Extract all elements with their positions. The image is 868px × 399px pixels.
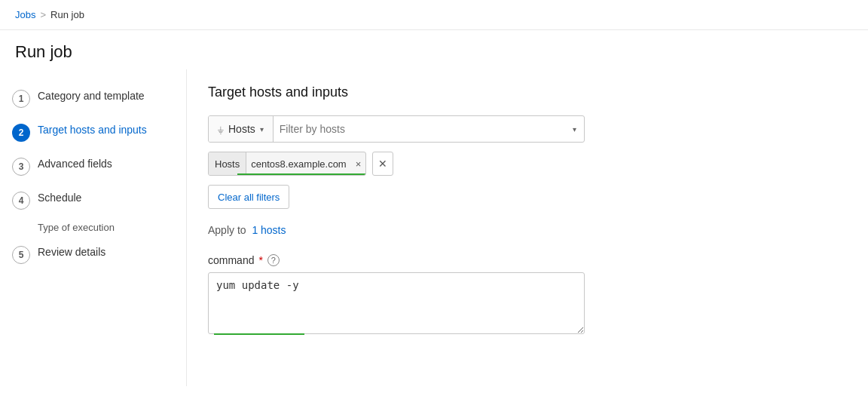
filter-tag-hosts: Hosts centos8.example.com × xyxy=(208,152,366,176)
filter-input[interactable] xyxy=(274,116,565,142)
filter-funnel-icon: ⏚ xyxy=(218,124,224,135)
apply-to-link[interactable]: 1 hosts xyxy=(252,224,286,236)
main-content: Target hosts and inputs ⏚ Hosts ▾ ▾ Host… xyxy=(187,69,868,386)
filter-input-chevron-icon[interactable]: ▾ xyxy=(565,125,584,134)
apply-to-prefix: Apply to xyxy=(208,224,246,236)
sidebar-item-step4[interactable]: 4 Schedule xyxy=(0,183,186,217)
filter-type-button[interactable]: ⏚ Hosts ▾ xyxy=(209,116,274,142)
active-filters: Hosts centos8.example.com × ✕ xyxy=(208,152,847,176)
clear-all-wrapper: Clear all filters xyxy=(208,185,847,209)
apply-to: Apply to 1 hosts xyxy=(208,224,847,236)
command-label-row: command * ? xyxy=(208,254,847,266)
filter-type-label: Hosts xyxy=(228,123,255,135)
filter-tag-remove-button[interactable]: × xyxy=(351,152,366,175)
required-asterisk: * xyxy=(258,254,262,266)
sidebar-item-step4-label: Schedule xyxy=(38,191,81,206)
filter-underline-decoration xyxy=(237,173,365,175)
clear-circle-icon: ✕ xyxy=(378,158,387,170)
page-title: Run job xyxy=(15,42,853,62)
clear-filters-icon-button[interactable]: ✕ xyxy=(372,152,393,176)
sidebar-item-step2[interactable]: 2 Target hosts and inputs xyxy=(0,115,186,149)
command-textarea[interactable] xyxy=(208,272,585,334)
section-title: Target hosts and inputs xyxy=(208,84,847,100)
sidebar-item-step3-label: Advanced fields xyxy=(38,157,112,172)
clear-all-button[interactable]: Clear all filters xyxy=(208,185,289,209)
breadcrumb-separator: > xyxy=(40,9,46,20)
breadcrumb-current: Run job xyxy=(50,9,84,20)
step5-circle: 5 xyxy=(12,246,30,264)
help-icon[interactable]: ? xyxy=(267,254,280,266)
filter-type-chevron-icon: ▾ xyxy=(260,125,264,134)
sidebar: 1 Category and template 2 Target hosts a… xyxy=(0,69,187,386)
filter-tag-key: Hosts xyxy=(209,152,246,175)
sidebar-item-step1[interactable]: 1 Category and template xyxy=(0,81,186,115)
sidebar-item-step3[interactable]: 3 Advanced fields xyxy=(0,149,186,183)
command-section: command * ? xyxy=(208,254,847,336)
sidebar-item-step5[interactable]: 5 Review details xyxy=(0,238,186,272)
filter-tag-value: centos8.example.com xyxy=(246,152,350,175)
sidebar-item-step1-label: Category and template xyxy=(38,89,145,104)
command-label-text: command xyxy=(208,254,254,266)
sidebar-step4-sublabel: Type of execution xyxy=(0,217,186,238)
sidebar-item-step5-label: Review details xyxy=(38,245,105,260)
sidebar-item-step2-label: Target hosts and inputs xyxy=(38,123,147,138)
filter-row: ⏚ Hosts ▾ ▾ xyxy=(208,115,585,143)
command-wrapper xyxy=(208,272,585,336)
page-header: Run job xyxy=(0,30,868,69)
main-layout: 1 Category and template 2 Target hosts a… xyxy=(0,69,868,386)
step2-circle: 2 xyxy=(12,124,30,142)
step4-circle: 4 xyxy=(12,192,30,210)
breadcrumb-parent-link[interactable]: Jobs xyxy=(15,9,35,20)
step1-circle: 1 xyxy=(12,90,30,108)
breadcrumb: Jobs > Run job xyxy=(0,0,868,30)
step3-circle: 3 xyxy=(12,158,30,176)
